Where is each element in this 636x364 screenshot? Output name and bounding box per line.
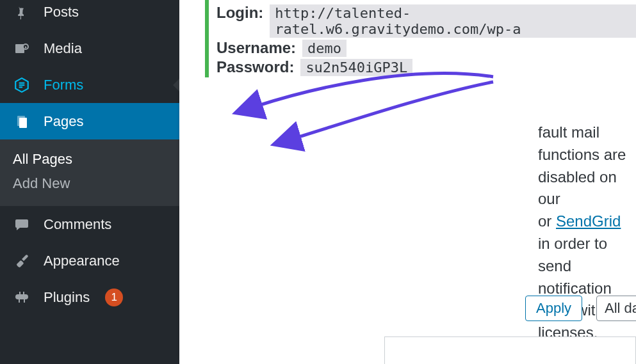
sidebar-item-label: Pages: [44, 113, 83, 130]
plugins-update-badge: 1: [105, 289, 123, 306]
username-value[interactable]: demo: [302, 40, 347, 57]
install-info-notice: This install will be deleted approximate…: [205, 0, 636, 77]
sidebar-item-label: Media: [44, 40, 82, 57]
list-toolbar: Apply All dates Filter: [525, 296, 636, 321]
appearance-icon: [10, 253, 33, 269]
login-url-value[interactable]: http://talented-ratel.w6.gravitydemo.com…: [270, 4, 636, 38]
sidebar-item-label: Comments: [44, 216, 111, 233]
mail-disabled-notice: fault mail functions are disabled on our…: [538, 122, 636, 364]
forms-icon: [10, 77, 33, 93]
pin-icon: [10, 4, 33, 20]
sidebar-item-label: Appearance: [44, 253, 120, 269]
pages-icon: [10, 114, 33, 129]
apply-button[interactable]: Apply: [525, 296, 582, 321]
main-content: This install will be deleted approximate…: [179, 0, 636, 364]
sidebar-item-label: Forms: [44, 77, 83, 93]
sidebar-item-label: Plugins: [44, 289, 90, 306]
password-label: Password:: [216, 58, 294, 76]
login-label: Login:: [216, 4, 263, 22]
sidebar-item-posts[interactable]: Posts: [0, 0, 179, 30]
sidebar-item-label: Posts: [44, 4, 79, 20]
media-icon: [10, 41, 33, 56]
date-filter-select[interactable]: All dates: [596, 296, 636, 321]
sidebar-item-appearance[interactable]: Appearance: [0, 242, 179, 279]
sidebar-item-media[interactable]: Media: [0, 30, 179, 67]
sidebar-item-pages[interactable]: Pages: [0, 103, 179, 139]
svg-rect-8: [19, 118, 27, 128]
submenu-all-pages[interactable]: All Pages: [0, 147, 179, 171]
submenu-add-new[interactable]: Add New: [0, 171, 179, 196]
sendgrid-link[interactable]: SendGrid: [556, 212, 621, 230]
list-table-top-edge: [384, 336, 636, 364]
admin-sidebar: Posts Media Forms Pages All Pages Add Ne…: [0, 0, 179, 364]
comments-icon: [10, 217, 33, 232]
pages-submenu: All Pages Add New: [0, 139, 179, 206]
plugins-icon: [10, 290, 33, 305]
sidebar-item-forms[interactable]: Forms: [0, 67, 179, 103]
username-label: Username:: [216, 39, 296, 57]
sidebar-item-comments[interactable]: Comments: [0, 206, 179, 242]
date-filter-value: All dates: [605, 300, 636, 317]
sidebar-item-plugins[interactable]: Plugins 1: [0, 279, 179, 315]
password-value[interactable]: su2n540iGP3L: [300, 59, 412, 76]
